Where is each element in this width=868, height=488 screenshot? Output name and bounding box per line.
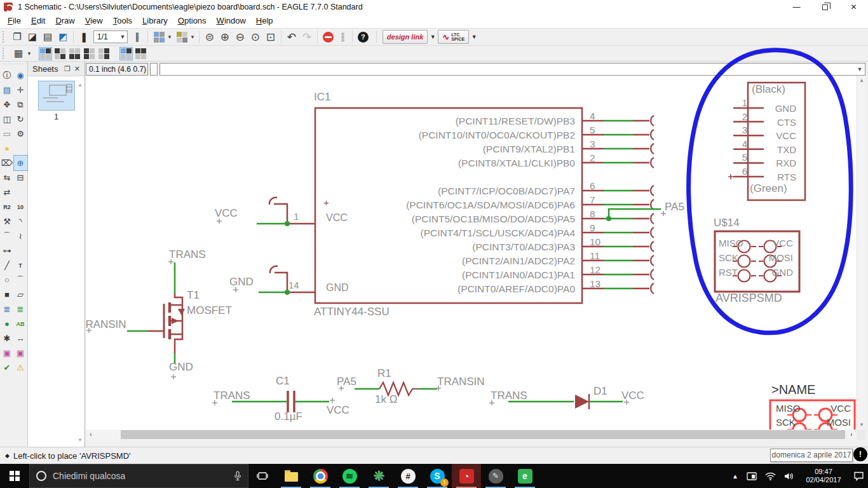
menu-item[interactable]: Options [173, 14, 212, 28]
traffic-light-icon[interactable] [340, 31, 346, 43]
tray-expand-icon[interactable]: ▲ [732, 473, 738, 480]
menu-item[interactable]: Draw [50, 14, 79, 28]
scrollbar-thumb[interactable] [121, 430, 845, 439]
smash-icon[interactable]: ⚒ [1, 214, 14, 229]
chevron-down-icon[interactable]: ▼ [855, 66, 865, 72]
float-panel-icon[interactable]: ❐ [62, 65, 72, 73]
menu-item[interactable]: Library [137, 14, 173, 28]
scroll-left-icon[interactable]: ‹ [86, 430, 96, 440]
sheet-thumbnail[interactable] [38, 81, 75, 111]
menu-item[interactable]: Help [251, 14, 278, 28]
replace-icon[interactable]: ⊟ [14, 170, 27, 185]
pinswap-icon[interactable]: ⇆ [1, 170, 14, 185]
image-export-icon[interactable]: ◩ [56, 30, 70, 44]
menu-item[interactable]: Window [212, 14, 251, 28]
zoom-fit-icon[interactable]: ⊜ [203, 30, 217, 44]
microphone-icon[interactable] [234, 471, 241, 481]
scroll-right-icon[interactable]: › [846, 430, 857, 440]
volume-icon[interactable] [784, 472, 794, 480]
taskbar-spotify[interactable]: ≋ [335, 464, 364, 488]
rect-icon[interactable]: ■ [1, 287, 14, 302]
open-icon[interactable]: ❐ [10, 30, 24, 44]
zoom-out-icon[interactable]: ⊖ [233, 30, 247, 44]
ltspice-button[interactable]: ∿ LTCSPICE [438, 30, 469, 44]
cortana-search[interactable]: Chiedimi qualcosa [29, 464, 248, 488]
split-icon[interactable]: ⌒ [1, 229, 14, 243]
layer-preset-7[interactable] [135, 48, 147, 60]
scroll-down-icon[interactable]: ▼ [78, 437, 83, 443]
layer-settings-icon[interactable]: ∥ [130, 30, 144, 44]
layer-preset-3[interactable] [69, 48, 81, 60]
chevron-down-icon[interactable]: ▼ [470, 34, 478, 40]
minimize-button[interactable]: — [782, 0, 811, 14]
action-center-icon[interactable] [853, 471, 864, 481]
net-icon[interactable]: ≣ [14, 302, 27, 316]
taskbar-photos[interactable]: ❋ [364, 464, 393, 488]
taskbar-chrome[interactable] [306, 464, 335, 488]
value-icon[interactable]: 10 [14, 200, 27, 214]
tablet-mode-icon[interactable] [747, 472, 757, 480]
undo-icon[interactable]: ↶ [285, 30, 299, 44]
close-panel-icon[interactable]: ✕ [72, 65, 82, 73]
info-icon[interactable]: ⓘ [1, 68, 14, 83]
stop-icon[interactable] [323, 32, 334, 43]
spacer[interactable] [14, 141, 27, 156]
drc-icon[interactable]: ▣ [14, 346, 27, 360]
copy-icon[interactable]: ⧉ [14, 97, 27, 112]
wire-icon[interactable]: ╱ [1, 258, 14, 273]
show-icon[interactable]: ◉ [14, 68, 27, 83]
grid-settings-icon[interactable]: ▦▼ [11, 46, 32, 60]
rotate-icon[interactable]: ↻ [14, 112, 27, 126]
notification-icon[interactable]: ! [853, 447, 867, 461]
route-icon[interactable]: ⊶ [1, 243, 14, 258]
taskbar-clock[interactable]: 09:47 02/04/2017 [802, 468, 845, 484]
name-icon[interactable]: R2 [1, 200, 14, 214]
gateswap-icon[interactable]: ⇄ [1, 185, 14, 200]
group-icon[interactable]: ▭ [1, 126, 14, 141]
arc-icon[interactable]: ⌒ [14, 273, 27, 287]
errors-icon[interactable]: ✔ [1, 360, 14, 375]
vertical-scrollbar[interactable]: ▲ ▼ [857, 76, 865, 430]
erc-icon[interactable]: ▣ [1, 346, 14, 360]
display-layers-icon[interactable]: ▤ [1, 83, 14, 97]
wifi-icon[interactable] [765, 472, 776, 480]
miter-icon[interactable]: ◝ [14, 214, 27, 229]
grid-on-icon[interactable]: ▼ [152, 31, 172, 43]
circle-icon[interactable]: ○ [1, 273, 14, 287]
junction-icon[interactable]: ● [1, 316, 14, 331]
layer-preset-2[interactable] [54, 48, 66, 60]
taskbar-evernote[interactable]: e [510, 464, 539, 488]
close-button[interactable]: ✕ [839, 0, 868, 14]
label-icon[interactable]: AB [14, 316, 27, 331]
command-input[interactable] [160, 64, 855, 74]
sheet-selector[interactable]: 1/1 ▼ [93, 30, 128, 43]
layer-preset-4[interactable] [83, 48, 95, 60]
print-icon[interactable]: ▤ [41, 30, 55, 44]
layer-preset-6[interactable] [120, 48, 132, 60]
taskbar-eagle[interactable]: ◔ [452, 464, 481, 488]
scroll-up-icon[interactable]: ▲ [857, 76, 866, 85]
design-link-button[interactable]: design link [383, 30, 428, 44]
horizontal-scrollbar[interactable]: ‹ › [86, 430, 865, 440]
zoom-select-icon[interactable]: ⊡ [264, 30, 278, 44]
spacer[interactable] [14, 243, 27, 258]
mark-icon[interactable]: ✛ [14, 83, 27, 97]
menu-item[interactable]: Edit [26, 14, 50, 28]
delete-icon[interactable]: ⌦ [1, 156, 14, 170]
taskbar-file-explorer[interactable] [276, 464, 306, 488]
menu-item[interactable]: Tools [108, 14, 137, 28]
help-icon[interactable]: ? [358, 32, 369, 43]
redo-icon[interactable]: ↷ [300, 30, 314, 44]
dimension-icon[interactable]: ↔ [14, 331, 27, 346]
attribute-icon[interactable]: ✱ [1, 331, 14, 346]
bus-icon[interactable]: ≣ [1, 302, 14, 316]
taskbar-gimp[interactable]: ✎ [481, 464, 510, 488]
change-icon[interactable]: ⚙ [14, 126, 27, 141]
taskbar-github[interactable]: # [393, 464, 423, 488]
toolbar-handle[interactable] [3, 31, 6, 43]
text-icon[interactable]: T [14, 258, 27, 273]
toolbar-handle[interactable] [3, 48, 6, 59]
scroll-down-icon[interactable]: ▼ [857, 420, 866, 430]
schematic-canvas[interactable]: IC1 ATTINY44-SSU (PCINT11/RESET/DW)PB3(P… [86, 76, 857, 430]
menu-item[interactable]: File [3, 14, 26, 28]
